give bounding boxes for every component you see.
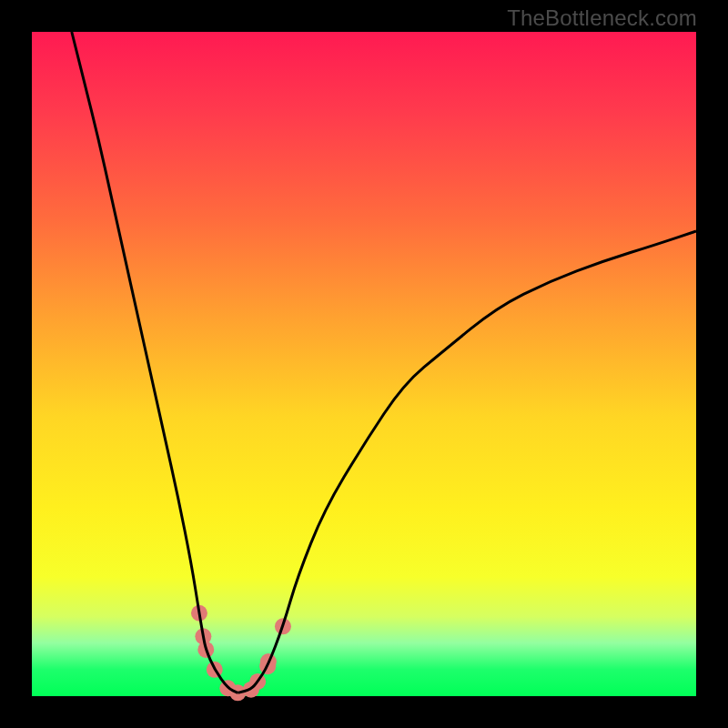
curves-layer [0,0,728,728]
left-curve [72,32,238,693]
right-curve [238,231,696,693]
outer-frame: TheBottleneck.com [0,0,728,728]
marker-cluster [191,605,291,702]
watermark-text: TheBottleneck.com [507,5,697,31]
